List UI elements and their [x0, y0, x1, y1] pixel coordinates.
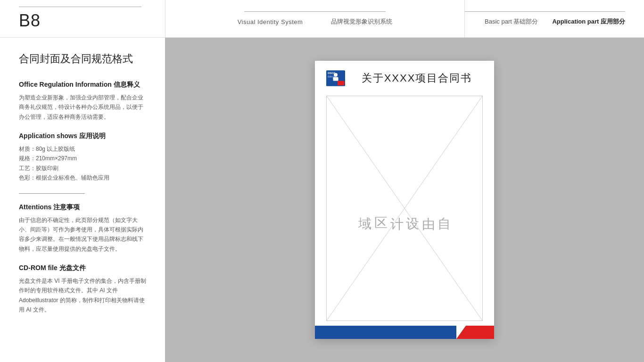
section-att-body: 由于信息的不确定性，此页部分规范（如文字大小、间距等）可作为参考使用，具体可根据… — [19, 215, 146, 254]
doc-footer — [315, 326, 494, 339]
footer-blue-bar — [315, 326, 456, 339]
sidebar: 合同封面及合同规范格式 Office Regulation Informatio… — [0, 38, 165, 362]
section-att: Attentions 注意事项 由于信息的不确定性，此页部分规范（如文字大小、间… — [19, 203, 146, 254]
section-info: Office Regulation Information 信息释义 为塑造企业… — [19, 81, 146, 122]
vis-title: Visual Identity System — [238, 18, 303, 25]
header-center-line — [244, 11, 386, 12]
page-code: B8 — [19, 11, 146, 31]
header-top-line — [19, 7, 141, 7]
company-logo-icon: DSOZ 思源认证 — [326, 70, 345, 86]
section-app-body: 材质：80g 以上胶版纸 规格：210mm×297mm 工艺：胶版印刷 色彩：根… — [19, 144, 146, 183]
sidebar-divider — [19, 193, 85, 194]
doc-header: DSOZ 思源认证 关于XXXX项目合同书 — [315, 61, 494, 91]
section-app: Application shows 应用说明 材质：80g 以上胶版纸 规格：2… — [19, 132, 146, 183]
header-left: B8 — [0, 7, 165, 31]
section-app-heading: Application shows 应用说明 — [19, 132, 146, 140]
svg-text:DSOZ: DSOZ — [328, 72, 335, 74]
main-content: 合同封面及合同规范格式 Office Regulation Informatio… — [0, 38, 644, 362]
svg-rect-3 — [338, 81, 344, 86]
section-cdrom-heading: CD-ROM file 光盘文件 — [19, 264, 146, 272]
header-center-text: Visual Identity System 品牌视觉形象识别系统 — [238, 17, 393, 26]
doc-body: 自由设计区域 — [315, 91, 494, 326]
footer-red-svg — [456, 326, 494, 339]
sidebar-title: 合同封面及合同规范格式 — [19, 52, 146, 66]
section-info-heading: Office Regulation Information 信息释义 — [19, 81, 146, 89]
svg-marker-8 — [456, 326, 494, 339]
vis-title-cn: 品牌视觉形象识别系统 — [331, 17, 392, 26]
header-center: Visual Identity System 品牌视觉形象识别系统 — [165, 0, 465, 37]
document-mockup: DSOZ 思源认证 关于XXXX项目合同书 自由设计区域 — [315, 61, 494, 339]
header: B8 Visual Identity System 品牌视觉形象识别系统 Bas… — [0, 0, 644, 38]
section-att-heading: Attentions 注意事项 — [19, 203, 146, 212]
header-right-line — [465, 11, 625, 12]
svg-rect-2 — [333, 77, 338, 81]
header-right: Basic part 基础部分 Application part 应用部分 — [465, 0, 644, 37]
section-info-body: 为塑造企业新形象，加强企业内部管理，配合企业商务礼仪规范，特设计各种办公系统用品… — [19, 93, 146, 122]
header-right-text: Basic part 基础部分 Application part 应用部分 — [485, 17, 625, 26]
design-area-text: 自由设计区域 — [357, 206, 452, 210]
app-part-label: Application part 应用部分 — [552, 17, 625, 26]
section-cdrom-body: 光盘文件是本 VI 手册电子文件的集合，内含手册制作时的专用软件格式文件。其中 … — [19, 276, 146, 315]
content-area: DSOZ 思源认证 关于XXXX项目合同书 自由设计区域 — [165, 38, 644, 362]
svg-text:思源认证: 思源认证 — [327, 75, 335, 78]
section-cdrom: CD-ROM file 光盘文件 光盘文件是本 VI 手册电子文件的集合，内含手… — [19, 264, 146, 315]
design-area: 自由设计区域 — [326, 96, 483, 321]
contract-title: 关于XXXX项目合同书 — [351, 71, 483, 85]
footer-red-area — [456, 326, 494, 339]
doc-logo: DSOZ 思源认证 — [326, 70, 345, 86]
basic-part-label: Basic part 基础部分 — [485, 17, 538, 26]
